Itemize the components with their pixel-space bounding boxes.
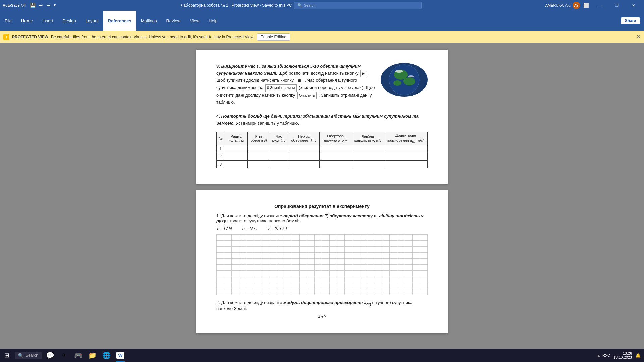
autosave-off-label: Off — [21, 3, 26, 7]
para2-2: 2. Для кожного досліду визначте модуль д… — [216, 300, 428, 311]
col-time: Час руху t, с — [270, 132, 288, 145]
para2-1: 1. Для кожного досліду визначте період о… — [216, 213, 428, 223]
titlebar-left: AutoSave Off 💾 ↩ ↪ ▾ — [3, 2, 57, 9]
earth-image — [381, 63, 428, 97]
page-1: 3. Вимірюйте час t , за якій здійснюєтьс… — [196, 50, 448, 184]
close-button[interactable]: ✕ — [626, 0, 641, 11]
col-num: № — [217, 132, 225, 145]
taskbar-search-label: Search — [25, 353, 38, 358]
formula-1: T = t / N — [216, 226, 232, 231]
col-freq: Обертова частота n, с-1 — [320, 132, 352, 145]
col-radius: Радіус кола r, м — [225, 132, 248, 145]
taskbar-right: ▲ RУС 13:26 13.10.2023 🔔 — [597, 351, 644, 359]
share-button[interactable]: Share — [621, 17, 640, 24]
search-icon: 🔍 — [297, 3, 302, 8]
chrome-icon: 🌐 — [102, 351, 111, 359]
taskbar-app-steam[interactable]: 🎮 — [71, 349, 85, 362]
time-display: 0 Земні хвилини — [265, 84, 297, 92]
ribbon: File Home Insert Design Layout Reference… — [0, 11, 644, 31]
tab-file[interactable]: File — [0, 11, 16, 31]
taskbar-search-icon: 🔍 — [18, 353, 23, 358]
taskbar-app-telegram[interactable]: ✈ — [57, 349, 71, 362]
formula-2: n = N / t — [242, 226, 258, 231]
svg-point-6 — [408, 75, 414, 77]
document-area[interactable]: 3. Вимірюйте час t , за якій здійснюєтьс… — [0, 43, 644, 353]
col-count: К-ть обертів N — [248, 132, 270, 145]
titlebar-right: AMERUKA You AY ⬜ — ❐ ✕ — [545, 0, 641, 11]
autosave-label: AutoSave — [3, 3, 20, 7]
search-box[interactable]: 🔍 — [294, 2, 422, 9]
steam-icon: 🎮 — [74, 351, 83, 359]
chat-icon: 💬 — [46, 351, 54, 359]
formula-3: v = 2πr / T — [268, 226, 288, 231]
system-tray: ▲ RУС — [597, 353, 610, 357]
play-button-ref: ▶ — [360, 70, 366, 77]
tab-references[interactable]: References — [103, 11, 136, 31]
lang-indicator[interactable]: RУС — [602, 353, 610, 357]
restore-button[interactable]: ❐ — [609, 0, 625, 11]
titlebar-center: Лабораторна робота № 2 · Protected View … — [181, 2, 421, 9]
ribbon-display-icon[interactable]: ⬜ — [581, 3, 591, 8]
tab-view[interactable]: View — [185, 11, 204, 31]
formula-line: T = t / N n = N / t v = 2πr / T — [216, 226, 428, 231]
word-icon: W — [116, 352, 124, 359]
clear-button-ref: Очистити — [297, 92, 317, 99]
para-4: 4. Повторіть дослід ще двічі, тришки збі… — [216, 113, 428, 127]
tray-arrow[interactable]: ▲ — [597, 354, 600, 357]
start-button[interactable]: ⊞ — [0, 349, 13, 362]
tab-layout[interactable]: Layout — [81, 11, 103, 31]
files-icon: 📁 — [88, 351, 97, 359]
stop-button-ref: ⏹ — [296, 77, 303, 84]
svg-point-2 — [403, 77, 415, 85]
user-name: AMERUKA You — [545, 3, 571, 7]
undo-icon[interactable]: ↩ — [38, 2, 44, 9]
main-area: 3. Вимірюйте час t , за якій здійснюєтьс… — [0, 43, 644, 353]
notification-icon[interactable]: 🔔 — [635, 353, 641, 358]
customize-icon[interactable]: ▾ — [52, 2, 57, 9]
taskbar: ⊞ 🔍 Search 💬 ✈ 🎮 📁 🌐 W ▲ RУС 13:26 13.10… — [0, 349, 644, 362]
search-input[interactable] — [304, 3, 419, 7]
protected-view-message: Be careful—files from the Internet can c… — [51, 35, 254, 39]
undo-redo-group: 💾 ↩ ↪ ▾ — [29, 2, 57, 9]
tab-home[interactable]: Home — [16, 11, 38, 31]
minimize-button[interactable]: — — [592, 0, 608, 11]
avatar: AY — [573, 2, 580, 9]
col-speed: Лінійна швидкість v, м/с — [352, 132, 384, 145]
tab-mailings[interactable]: Mailings — [136, 11, 162, 31]
col-accel: Доцентрове прискорення aдц, м/с2 — [384, 132, 428, 145]
close-bar-icon[interactable]: ✕ — [636, 34, 641, 40]
windows-icon: ⊞ — [4, 352, 9, 359]
table-row: 1 — [217, 145, 428, 153]
grid-table — [216, 234, 428, 295]
shield-icon: i — [3, 34, 9, 40]
enable-editing-button[interactable]: Enable Editing — [257, 33, 290, 41]
svg-point-3 — [393, 80, 401, 86]
user-area: AMERUKA You AY — [545, 2, 580, 9]
clock-time: 13:26 — [613, 351, 632, 355]
clock: 13:26 13.10.2023 — [613, 351, 632, 359]
protected-view-bar: i PROTECTED VIEW Be careful—files from t… — [0, 31, 644, 43]
taskbar-app-word[interactable]: W — [113, 349, 127, 362]
taskbar-search[interactable]: 🔍 Search — [15, 352, 42, 359]
document-title: Лабораторна робота № 2 · Protected View … — [181, 3, 292, 8]
tab-help[interactable]: Help — [204, 11, 222, 31]
tab-insert[interactable]: Insert — [38, 11, 58, 31]
page-2: Опрацювання результатів експерименту 1. … — [196, 190, 448, 333]
section-title: Опрацювання результатів експерименту — [216, 204, 428, 209]
redo-icon[interactable]: ↪ — [45, 2, 52, 9]
telegram-icon: ✈ — [62, 352, 67, 359]
taskbar-app-chat[interactable]: 💬 — [43, 349, 57, 362]
table-row: 3 — [217, 161, 428, 168]
data-table: № Радіус кола r, м К-ть обертів N Час ру… — [216, 132, 428, 168]
save-icon[interactable]: 💾 — [29, 2, 37, 9]
svg-point-5 — [395, 70, 403, 73]
tab-design[interactable]: Design — [58, 11, 80, 31]
tab-review[interactable]: Review — [161, 11, 185, 31]
clock-date: 13.10.2023 — [613, 355, 632, 359]
autosave-group: AutoSave Off — [3, 3, 26, 7]
taskbar-app-files[interactable]: 📁 — [85, 349, 99, 362]
title-bar: AutoSave Off 💾 ↩ ↪ ▾ Лабораторна робота … — [0, 0, 644, 11]
table-row: 2 — [217, 153, 428, 161]
taskbar-app-chrome[interactable]: 🌐 — [99, 349, 113, 362]
formula-line-2: 4π²r — [216, 314, 428, 319]
